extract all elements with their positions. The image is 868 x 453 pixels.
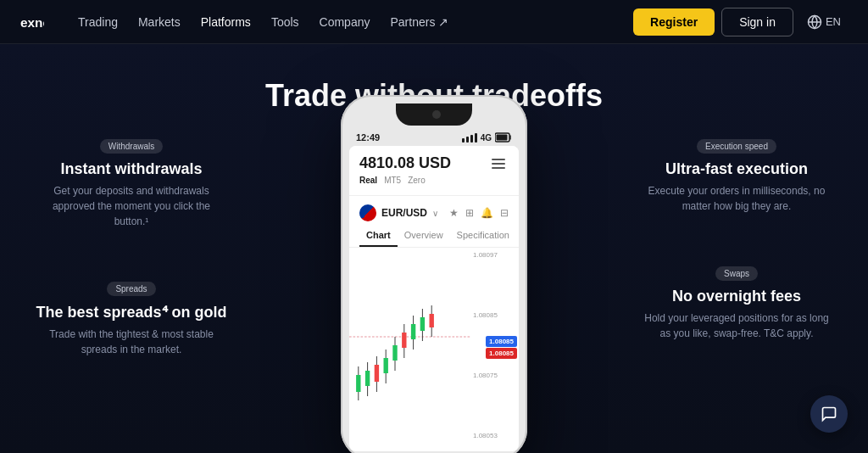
phone-status-icons: 4G — [462, 132, 512, 143]
screen-chart-tabs: Chart Overview Specification — [349, 225, 519, 248]
pair-name[interactable]: EUR/USD — [381, 207, 427, 219]
hamburger-line-3 — [492, 167, 505, 169]
eur-usd-flag — [359, 204, 376, 221]
signal-bars — [462, 133, 477, 143]
pair-chevron-icon: ∨ — [432, 209, 438, 218]
signal-bar-3 — [470, 135, 473, 143]
svg-rect-14 — [392, 345, 397, 361]
nav-tools[interactable]: Tools — [264, 10, 306, 34]
battery-icon — [495, 132, 512, 143]
phone-camera — [432, 110, 441, 119]
header-right: Register Sign in EN — [633, 8, 848, 36]
svg-rect-12 — [384, 358, 388, 373]
chart-tab-specification[interactable]: Specification — [450, 225, 516, 247]
signin-button[interactable]: Sign in — [721, 8, 793, 36]
svg-rect-10 — [375, 365, 379, 382]
phone-notch — [396, 103, 472, 126]
price-label-2: 1.08085 — [473, 311, 517, 319]
feature-title-withdrawals: Instant withdrawals — [34, 160, 229, 178]
phone-status-bar: 12:49 4G — [349, 131, 519, 146]
phone-screen: 4810.08 USD Real MT5 Zero — [349, 146, 519, 451]
chart-tab-chart[interactable]: Chart — [359, 225, 398, 247]
price-label-3: 1.08075 — [473, 372, 517, 379]
feature-title-swaps: No overnight fees — [639, 288, 834, 305]
feature-withdrawals: Withdrawals Instant withdrawals Get your… — [34, 137, 229, 229]
screen-divider — [349, 195, 519, 196]
feature-spreads: Spreads The best spreads⁴ on gold Trade … — [34, 280, 229, 357]
chart-area: 1.08097 1.08085 1.08075 1.08053 1.08085 … — [349, 248, 519, 443]
nav-company[interactable]: Company — [313, 10, 377, 34]
buy-price-badge: 1.08085 — [486, 336, 517, 347]
screen-tab-mt5[interactable]: MT5 — [384, 176, 401, 185]
pair-action-icons: ★ ⊞ 🔔 ⊟ — [449, 207, 509, 219]
language-selector[interactable]: EN — [800, 9, 848, 35]
hamburger-line-1 — [492, 159, 505, 160]
phone-mockup: 12:49 4G — [341, 95, 527, 453]
screen-header: 4810.08 USD Real MT5 Zero — [349, 146, 519, 190]
register-button[interactable]: Register — [633, 8, 715, 36]
feature-badge-withdrawals: Withdrawals — [100, 139, 163, 154]
header: exness Trading Markets Platforms Tools C… — [0, 0, 868, 44]
nav-partners[interactable]: Partners ↗ — [383, 10, 455, 34]
feature-desc-spreads: Trade with the tightest & most stable sp… — [34, 327, 229, 357]
chat-bubble-button[interactable] — [810, 395, 848, 433]
feature-badge-swaps: Swaps — [715, 266, 758, 281]
price-badge-container: 1.08085 1.08085 — [486, 336, 517, 359]
screen-balance: 4810.08 USD — [359, 154, 451, 172]
chat-icon — [821, 405, 837, 422]
screen-tab-zero[interactable]: Zero — [408, 176, 426, 185]
price-label-4: 1.08053 — [473, 432, 517, 439]
feature-badge-spreads: Spreads — [107, 282, 155, 296]
screen-account-tabs: Real MT5 Zero — [359, 176, 509, 185]
signal-bar-4 — [475, 133, 477, 143]
screen-pair-row: EUR/USD ∨ ★ ⊞ 🔔 ⊟ — [349, 201, 519, 225]
nav-trading[interactable]: Trading — [71, 10, 125, 34]
svg-rect-3 — [497, 135, 508, 141]
phone-network: 4G — [481, 133, 492, 143]
main-content: Trade without tradeoffs Withdrawals Inst… — [0, 44, 868, 453]
price-label-1: 1.08097 — [473, 251, 517, 259]
features-right: Execution speed Ultra-fast execution Exe… — [639, 137, 834, 341]
feature-execution: Execution speed Ultra-fast execution Exe… — [639, 137, 834, 214]
svg-rect-6 — [356, 375, 360, 392]
star-icon[interactable]: ★ — [449, 207, 459, 219]
chart-tab-overview[interactable]: Overview — [398, 225, 450, 247]
nav-platforms[interactable]: Platforms — [194, 10, 258, 34]
signal-bar-1 — [462, 138, 465, 143]
feature-title-spreads: The best spreads⁴ on gold — [34, 303, 229, 322]
main-nav: Trading Markets Platforms Tools Company … — [71, 10, 455, 34]
phone-frame: 12:49 4G — [341, 95, 527, 453]
candlestick-chart — [349, 248, 471, 443]
hamburger-line-2 — [492, 163, 505, 165]
phone-time: 12:49 — [356, 132, 380, 143]
lang-label: EN — [826, 15, 841, 28]
header-left: exness Trading Markets Platforms Tools C… — [20, 10, 455, 34]
feature-swaps: Swaps No overnight fees Hold your levera… — [639, 265, 834, 341]
screen-header-row: 4810.08 USD — [359, 154, 509, 172]
feature-badge-execution: Execution speed — [697, 139, 776, 154]
logo[interactable]: exness — [20, 14, 44, 31]
svg-rect-18 — [411, 324, 415, 339]
svg-rect-22 — [430, 314, 434, 327]
feature-desc-withdrawals: Get your deposits and withdrawals approv… — [34, 183, 229, 229]
pair-left: EUR/USD ∨ — [359, 204, 438, 221]
svg-rect-20 — [420, 317, 425, 331]
briefcase-icon[interactable]: ⊞ — [465, 207, 474, 219]
feature-title-execution: Ultra-fast execution — [639, 160, 834, 178]
signal-bar-2 — [466, 137, 469, 143]
calculator-icon[interactable]: ⊟ — [500, 207, 509, 219]
bell-icon[interactable]: 🔔 — [481, 207, 493, 219]
screen-tab-real[interactable]: Real — [359, 176, 377, 185]
features-left: Withdrawals Instant withdrawals Get your… — [34, 137, 229, 357]
globe-icon — [807, 14, 822, 30]
sell-price-badge: 1.08085 — [486, 348, 517, 359]
feature-desc-execution: Execute your orders in milliseconds, no … — [639, 183, 834, 214]
feature-desc-swaps: Hold your leveraged positions for as lon… — [639, 310, 834, 341]
svg-text:exness: exness — [20, 14, 44, 29]
svg-rect-8 — [365, 371, 370, 386]
svg-rect-16 — [402, 333, 406, 348]
nav-markets[interactable]: Markets — [131, 10, 187, 34]
hamburger-icon — [488, 155, 509, 172]
